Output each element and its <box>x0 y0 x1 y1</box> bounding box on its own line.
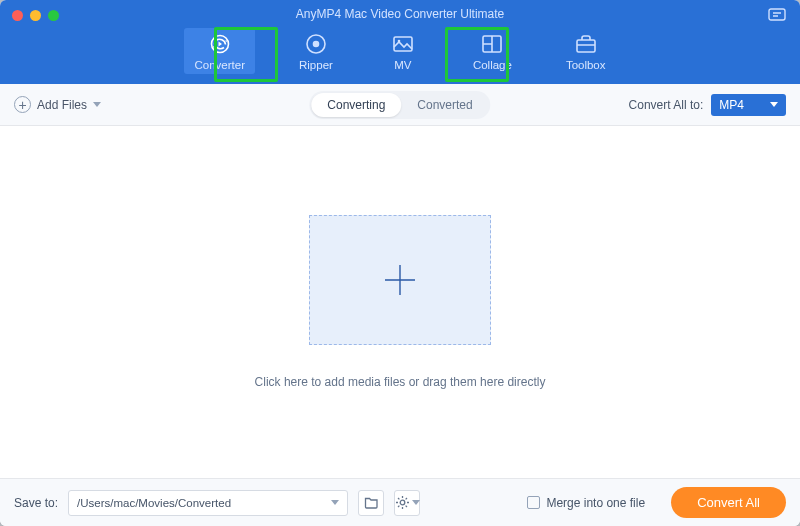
nav-label: Collage <box>473 59 512 71</box>
image-icon <box>391 33 415 55</box>
nav-label: Toolbox <box>566 59 606 71</box>
convert-all-button[interactable]: Convert All <box>671 487 786 518</box>
toolbar: + Add Files Converting Converted Convert… <box>0 84 800 126</box>
checkbox-icon <box>527 496 540 509</box>
status-tabs: Converting Converted <box>309 91 490 119</box>
convert-all-to-control: Convert All to: MP4 <box>629 94 786 116</box>
folder-icon <box>364 496 379 509</box>
nav-label: Converter <box>194 59 245 71</box>
caret-down-icon <box>93 102 101 107</box>
converter-icon <box>208 33 232 55</box>
output-format-value: MP4 <box>719 98 744 112</box>
nav-collage[interactable]: Collage <box>463 28 522 74</box>
title-bar: AnyMP4 Mac Video Converter Ultimate Conv… <box>0 0 800 84</box>
gear-icon <box>395 495 410 510</box>
caret-down-icon <box>331 500 339 505</box>
main-area: Click here to add media files or drag th… <box>0 126 800 478</box>
feedback-icon[interactable] <box>768 8 786 24</box>
drop-hint: Click here to add media files or drag th… <box>255 375 546 389</box>
save-to-path: /Users/mac/Movies/Converted <box>77 497 231 509</box>
app-window: AnyMP4 Mac Video Converter Ultimate Conv… <box>0 0 800 526</box>
tab-converted[interactable]: Converted <box>401 93 488 117</box>
save-to-label: Save to: <box>14 496 58 510</box>
nav-label: MV <box>394 59 411 71</box>
svg-point-5 <box>398 40 401 43</box>
nav-converter[interactable]: Converter <box>184 28 255 74</box>
open-folder-button[interactable] <box>358 490 384 516</box>
toolbox-icon <box>574 33 598 55</box>
nav-label: Ripper <box>299 59 333 71</box>
merge-checkbox[interactable]: Merge into one file <box>527 496 645 510</box>
drop-zone[interactable] <box>309 215 491 345</box>
plus-circle-icon: + <box>14 96 31 113</box>
svg-point-3 <box>313 42 318 47</box>
convert-all-to-label: Convert All to: <box>629 98 704 112</box>
merge-label: Merge into one file <box>546 496 645 510</box>
footer-bar: Save to: /Users/mac/Movies/Converted Mer… <box>0 478 800 526</box>
plus-icon <box>378 258 422 302</box>
disc-icon <box>304 33 328 55</box>
caret-down-icon <box>412 500 420 505</box>
collage-icon <box>480 33 504 55</box>
nav-ripper[interactable]: Ripper <box>289 28 343 74</box>
add-files-label: Add Files <box>37 98 87 112</box>
settings-button[interactable] <box>394 490 420 516</box>
caret-down-icon <box>770 102 778 107</box>
nav-toolbox[interactable]: Toolbox <box>556 28 616 74</box>
add-files-button[interactable]: + Add Files <box>14 96 101 113</box>
app-title: AnyMP4 Mac Video Converter Ultimate <box>0 7 800 21</box>
main-nav: Converter Ripper MV Collage Toolbox <box>0 28 800 74</box>
svg-point-8 <box>400 500 405 505</box>
svg-rect-7 <box>577 40 595 52</box>
svg-rect-0 <box>769 9 785 20</box>
nav-mv[interactable]: MV <box>377 28 429 74</box>
output-format-dropdown[interactable]: MP4 <box>711 94 786 116</box>
tab-converting[interactable]: Converting <box>311 93 401 117</box>
convert-all-label: Convert All <box>697 495 760 510</box>
save-to-dropdown[interactable]: /Users/mac/Movies/Converted <box>68 490 348 516</box>
